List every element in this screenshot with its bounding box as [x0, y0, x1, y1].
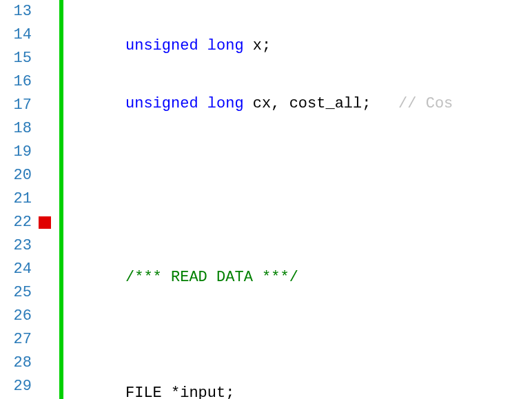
line-number[interactable]: 14	[0, 23, 32, 47]
line-number[interactable]: 17	[0, 94, 32, 117]
keyword: unsigned	[125, 95, 198, 112]
line-number[interactable]: 27	[0, 328, 32, 351]
line-number[interactable]: 16	[0, 70, 32, 94]
line-number[interactable]: 20	[0, 164, 32, 187]
line-number[interactable]: 25	[0, 281, 32, 305]
line-number[interactable]: 28	[0, 351, 32, 375]
code-editor: 13 14 15 16 17 18 19 20 21 22 23 24 25 2…	[0, 0, 532, 399]
code-line: unsigned long x;	[125, 34, 532, 58]
marker-margin[interactable]	[36, 0, 59, 399]
line-number[interactable]: 18	[0, 117, 32, 141]
line-number[interactable]: 13	[0, 0, 32, 23]
keyword: long	[207, 37, 244, 54]
code-text: cx, cost_all;	[244, 95, 398, 112]
error-marker-icon[interactable]	[39, 216, 51, 229]
line-number[interactable]: 23	[0, 234, 32, 258]
comment: /*** READ DATA ***/	[125, 269, 298, 286]
line-number-gutter: 13 14 15 16 17 18 19 20 21 22 23 24 25 2…	[0, 0, 36, 399]
keyword: unsigned	[125, 37, 198, 54]
comment: // Cos	[398, 95, 453, 112]
line-number[interactable]: 29	[0, 375, 32, 398]
code-text: FILE *input;	[125, 385, 234, 399]
line-number[interactable]: 26	[0, 305, 32, 328]
keyword: long	[207, 95, 244, 112]
line-number[interactable]: 24	[0, 258, 32, 281]
line-number[interactable]: 21	[0, 187, 32, 211]
line-number[interactable]: 19	[0, 141, 32, 164]
code-line: unsigned long cx, cost_all; // Cos	[125, 92, 532, 116]
code-line	[125, 150, 532, 174]
code-line: /*** READ DATA ***/	[125, 266, 532, 289]
line-number[interactable]: 15	[0, 47, 32, 70]
code-line	[125, 324, 532, 347]
code-line	[125, 208, 532, 232]
line-number[interactable]: 22	[0, 211, 32, 234]
code-text-area[interactable]: unsigned long x; unsigned long cx, cost_…	[63, 0, 532, 399]
code-text: x;	[244, 37, 272, 54]
code-line: FILE *input;	[125, 382, 532, 399]
